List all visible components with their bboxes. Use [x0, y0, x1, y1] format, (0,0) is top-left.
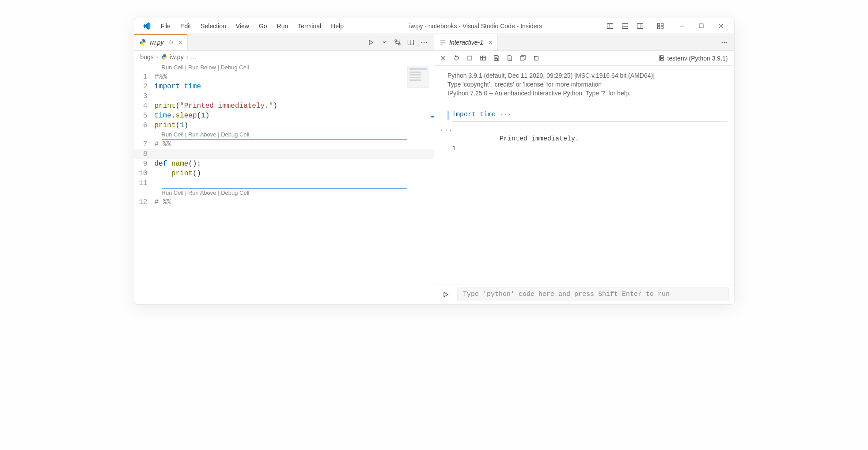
menu-selection[interactable]: Selection [196, 21, 231, 31]
svg-rect-38 [520, 57, 523, 60]
code-text: ) [273, 102, 277, 110]
tab-close-button[interactable]: × [177, 39, 182, 46]
window-maximize-button[interactable] [693, 19, 710, 33]
svg-point-20 [421, 42, 422, 42]
line-number: 7 [134, 140, 155, 149]
restart-kernel-button[interactable] [450, 52, 462, 64]
layout-customize-icon[interactable] [654, 20, 667, 32]
run-input-button[interactable] [440, 288, 452, 301]
codelens-cell2[interactable]: Run Cell | Run Above | Debug Cell [134, 130, 434, 139]
code-text: import [155, 83, 180, 91]
code-editor[interactable]: Run Cell | Run Below | Debug Cell 1#%% 2… [134, 63, 434, 304]
menu-edit[interactable]: Edit [176, 21, 195, 31]
breadcrumb-folder[interactable]: bugs [140, 53, 154, 61]
line-number: 9 [134, 159, 155, 169]
code-text: #%% [155, 73, 167, 81]
layout-panel-left-icon[interactable] [603, 20, 617, 32]
clear-all-button[interactable] [437, 52, 449, 64]
save-button[interactable] [490, 52, 502, 64]
code-text: (): [188, 160, 201, 168]
run-dropdown-icon[interactable] [378, 36, 390, 49]
code-text: ( [176, 121, 180, 129]
tab-modified-marker: U [167, 39, 173, 45]
collapse-all-button[interactable] [530, 52, 542, 64]
layout-panel-bottom-icon[interactable] [618, 20, 632, 32]
line-number: 12 [134, 197, 155, 207]
code-text: 1 [201, 112, 205, 120]
python-file-icon [140, 39, 147, 46]
svg-point-16 [395, 40, 397, 42]
output-marker-icon[interactable]: ··· [440, 125, 453, 135]
window-close-button[interactable] [712, 19, 730, 33]
svg-rect-39 [534, 57, 538, 60]
interrupt-kernel-button[interactable] [463, 52, 476, 64]
menu-help[interactable]: Help [326, 21, 348, 31]
code-text: sleep [176, 112, 197, 120]
codelens-cell1[interactable]: Run Cell | Run Below | Debug Cell [134, 63, 434, 72]
svg-rect-36 [495, 58, 497, 60]
tab-close-button[interactable]: × [487, 39, 492, 46]
code-text: ( [176, 102, 180, 110]
editor-tabs-left: iw.py U × [134, 34, 434, 51]
split-editor-icon[interactable] [405, 36, 417, 49]
run-all-button[interactable] [365, 36, 377, 49]
code-text [155, 170, 171, 178]
code-text: print [155, 121, 176, 129]
code-text: name [171, 160, 188, 168]
expand-all-button[interactable] [516, 52, 529, 64]
svg-point-42 [660, 57, 660, 57]
svg-point-22 [426, 42, 427, 42]
more-actions-icon[interactable] [718, 36, 731, 49]
executed-cell-code[interactable]: import time ··· [452, 110, 727, 122]
minimap[interactable] [407, 66, 429, 88]
kernel-selector[interactable]: testenv (Python 3.9.1) [658, 55, 732, 62]
layout-panel-right-icon[interactable] [633, 20, 647, 32]
menu-file[interactable]: File [156, 21, 175, 31]
line-number: 4 [134, 101, 155, 111]
interactive-output[interactable]: Python 3.9.1 (default, Dec 11 2020, 09:2… [434, 66, 734, 284]
tab-iwpy[interactable]: iw.py U × [134, 34, 188, 50]
svg-rect-4 [637, 23, 643, 28]
chevron-right-icon: › [156, 53, 159, 61]
svg-rect-31 [468, 56, 472, 60]
variables-button[interactable] [477, 52, 489, 64]
breadcrumb-tail[interactable]: ... [191, 53, 196, 61]
interactive-pane: Interactive-1 × t [434, 34, 734, 304]
tab-interactive[interactable]: Interactive-1 × [434, 34, 498, 50]
tab-name: Interactive-1 [449, 39, 483, 46]
line-number: 2 [134, 82, 155, 91]
python-file-icon [161, 54, 167, 60]
line-number: 3 [134, 91, 155, 101]
tab-filename: iw.py [150, 39, 164, 46]
title-bar: File Edit Selection View Go Run Terminal… [134, 18, 734, 34]
ellipsis-icon[interactable]: ··· [496, 111, 512, 118]
code-text: ( [197, 112, 201, 120]
svg-rect-0 [607, 23, 613, 28]
interactive-input[interactable]: Type 'python' code here and press Shift+… [457, 287, 729, 301]
line-number: 5 [134, 111, 155, 121]
interactive-window-icon [440, 39, 446, 45]
svg-point-26 [721, 42, 722, 42]
line-number: 6 [134, 121, 155, 130]
svg-rect-11 [699, 24, 703, 28]
window-minimize-button[interactable] [673, 19, 691, 33]
code-text: # %% [155, 198, 171, 206]
menu-run[interactable]: Run [273, 21, 293, 31]
python-banner: Python 3.9.1 (default, Dec 11 2020, 09:2… [447, 71, 727, 98]
breadcrumb[interactable]: bugs › iw.py › ... [134, 51, 434, 63]
code-text: print [155, 102, 176, 110]
breadcrumb-file[interactable]: iw.py [170, 53, 184, 61]
code-text: import [452, 111, 476, 118]
codelens-cell3[interactable]: Run Cell | Run Above | Debug Cell [134, 189, 434, 197]
svg-rect-32 [480, 56, 485, 60]
compare-changes-icon[interactable] [391, 36, 404, 49]
chevron-right-icon: › [186, 53, 189, 61]
more-actions-icon[interactable] [418, 36, 430, 49]
line-number: 1 [134, 72, 155, 82]
menu-terminal[interactable]: Terminal [293, 21, 326, 31]
menu-view[interactable]: View [231, 21, 254, 31]
menu-go[interactable]: Go [254, 21, 272, 31]
line-number: 10 [134, 169, 155, 178]
code-text: () [193, 170, 201, 178]
export-button[interactable] [503, 52, 515, 64]
